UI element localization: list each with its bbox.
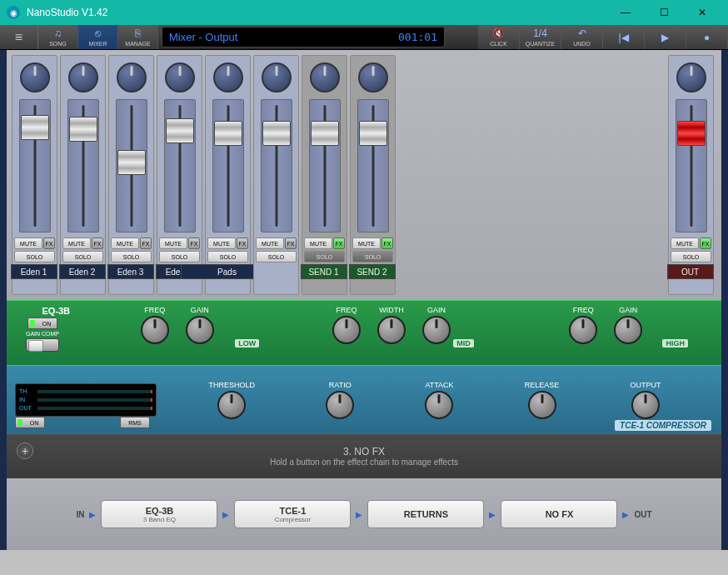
attack-knob[interactable] xyxy=(425,391,453,419)
add-fx-button[interactable]: + xyxy=(17,442,33,459)
threshold-knob[interactable] xyxy=(217,391,246,419)
rewind-button[interactable]: |◀ xyxy=(603,25,645,49)
mute-button[interactable]: MUTE xyxy=(304,238,332,249)
mute-button[interactable]: MUTE xyxy=(111,238,139,249)
pan-knob[interactable] xyxy=(68,62,98,92)
undo-button[interactable]: ↶UNDO xyxy=(561,25,603,49)
maximize-button[interactable]: ☐ xyxy=(645,0,683,25)
menu-button[interactable]: ≡ xyxy=(0,25,38,49)
gain-comp-label: GAIN COMP xyxy=(26,331,59,337)
play-icon: ▶ xyxy=(661,32,669,43)
channel-label[interactable]: Eden 3 xyxy=(107,264,154,279)
fader-track[interactable] xyxy=(19,99,51,232)
fader-track[interactable] xyxy=(309,99,341,232)
mute-button[interactable]: MUTE xyxy=(671,238,699,249)
low-freq-knob[interactable] xyxy=(141,316,169,344)
minimize-button[interactable]: — xyxy=(606,0,645,25)
info-display: Mixer - Output 001:01 xyxy=(162,27,445,48)
mute-button[interactable]: MUTE xyxy=(352,238,381,249)
pan-knob[interactable] xyxy=(165,62,195,92)
fx-button[interactable]: FX xyxy=(700,238,711,249)
pan-knob[interactable] xyxy=(310,62,340,92)
fx-button[interactable]: FX xyxy=(381,238,393,249)
quantize-button[interactable]: 1/4QUANTIZE xyxy=(520,25,561,49)
solo-button[interactable]: SOLO xyxy=(159,251,200,262)
channel-label[interactable]: SEND 2 xyxy=(349,264,396,279)
mixer-tab[interactable]: ⎋MIXER xyxy=(78,25,118,49)
solo-button[interactable]: SOLO xyxy=(207,251,248,262)
chain-slot-returns[interactable]: RETURNS xyxy=(367,500,484,528)
song-tab[interactable]: ♫SONG xyxy=(38,25,78,49)
solo-button[interactable]: SOLO xyxy=(14,251,55,262)
mute-button[interactable]: MUTE xyxy=(207,238,236,249)
channel-label[interactable]: SEND 1 xyxy=(301,264,347,279)
fx-button[interactable]: FX xyxy=(92,238,103,249)
solo-button[interactable]: SOLO xyxy=(256,251,297,262)
low-gain-knob[interactable] xyxy=(186,316,214,344)
record-button[interactable]: ● xyxy=(686,25,728,49)
fader-handle[interactable] xyxy=(117,150,146,175)
fader-track[interactable] xyxy=(212,99,244,232)
fx-button[interactable]: FX xyxy=(140,238,152,249)
channel-label[interactable]: Eden 1 xyxy=(11,264,57,279)
play-button[interactable]: ▶ xyxy=(645,25,686,49)
mute-button[interactable]: MUTE xyxy=(14,238,42,249)
high-freq-knob[interactable] xyxy=(569,316,597,344)
solo-button[interactable]: SOLO xyxy=(352,251,393,262)
pan-knob[interactable] xyxy=(213,62,243,92)
close-button[interactable]: ✕ xyxy=(683,0,721,25)
mixer-icon: ⎋ xyxy=(95,28,101,39)
fx-button[interactable]: FX xyxy=(43,238,55,249)
fx-button[interactable]: FX xyxy=(333,238,345,249)
click-button[interactable]: 🔇CLICK xyxy=(478,25,520,49)
mid-width-knob[interactable] xyxy=(377,316,406,344)
pan-knob[interactable] xyxy=(117,62,147,92)
ratio-knob[interactable] xyxy=(326,391,354,419)
mute-button[interactable]: MUTE xyxy=(62,238,91,249)
fader-track[interactable] xyxy=(676,99,707,232)
fader-handle[interactable] xyxy=(21,115,49,140)
fx-button[interactable]: FX xyxy=(237,238,248,249)
solo-button[interactable]: SOLO xyxy=(111,251,152,262)
pan-knob[interactable] xyxy=(358,62,388,92)
fx-button[interactable]: FX xyxy=(285,238,297,249)
fader-track[interactable] xyxy=(164,99,196,232)
fader-handle[interactable] xyxy=(166,118,194,143)
fader-handle[interactable] xyxy=(359,121,387,146)
nofx-panel: + 3. NO FX Hold a button on the effect c… xyxy=(7,433,721,478)
fader-track[interactable] xyxy=(261,99,292,232)
solo-button[interactable]: SOLO xyxy=(671,251,711,262)
fader-handle[interactable] xyxy=(69,117,97,142)
fx-button[interactable]: FX xyxy=(188,238,200,249)
solo-button[interactable]: SOLO xyxy=(304,251,345,262)
fader-track[interactable] xyxy=(116,99,147,232)
channel-label[interactable]: Eden 2 xyxy=(59,264,106,279)
manage-tab[interactable]: ⎘MANAGE xyxy=(118,25,158,49)
fader-handle[interactable] xyxy=(311,121,339,146)
high-gain-knob[interactable] xyxy=(614,316,642,344)
mute-button[interactable]: MUTE xyxy=(256,238,284,249)
release-knob[interactable] xyxy=(528,391,556,419)
channel-pads-l: MUTEFXSOLO Pads xyxy=(205,55,251,295)
pan-knob[interactable] xyxy=(676,62,706,92)
fader-handle[interactable] xyxy=(677,121,706,146)
chain-slot-comp[interactable]: TCE-1Compressor xyxy=(234,500,351,528)
mid-gain-knob[interactable] xyxy=(422,316,451,344)
comp-on-button[interactable]: ON xyxy=(15,417,45,428)
chain-slot-nofx[interactable]: NO FX xyxy=(501,500,617,528)
mid-freq-knob[interactable] xyxy=(332,316,361,344)
fader-track[interactable] xyxy=(357,99,389,232)
mute-button[interactable]: MUTE xyxy=(159,238,187,249)
chain-slot-eq[interactable]: EQ-3B3 Band EQ xyxy=(101,500,217,528)
solo-button[interactable]: SOLO xyxy=(62,251,103,262)
fader-track[interactable] xyxy=(67,99,99,232)
pan-knob[interactable] xyxy=(20,62,50,92)
gain-comp-switch[interactable] xyxy=(26,338,59,352)
fader-handle[interactable] xyxy=(214,121,242,146)
channel-label[interactable]: OUT xyxy=(667,264,714,279)
output-knob[interactable] xyxy=(631,391,660,419)
fader-handle[interactable] xyxy=(262,121,291,146)
rms-button[interactable]: RMS xyxy=(120,417,150,428)
eq-on-button[interactable]: ON xyxy=(27,318,57,329)
pan-knob[interactable] xyxy=(262,62,292,92)
